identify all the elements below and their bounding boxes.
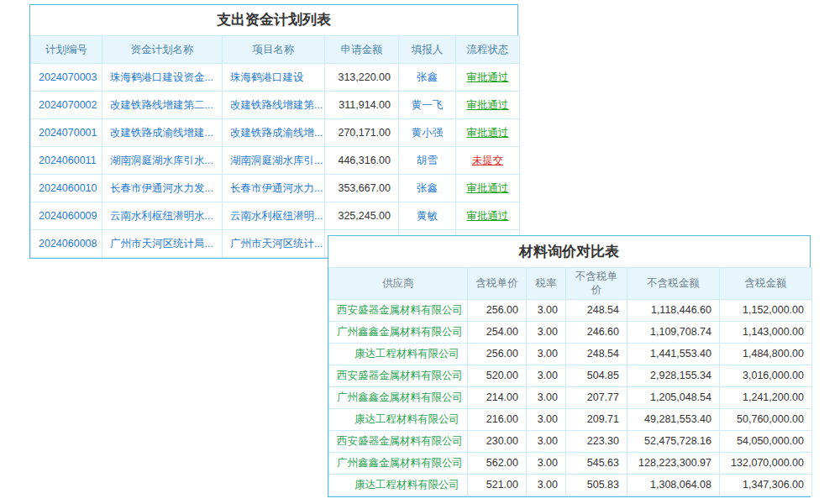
- cell-plan-id[interactable]: 2024070001: [31, 119, 102, 147]
- cell-supplier-link[interactable]: 西安盛器金属材料有限公司: [329, 299, 468, 321]
- cell-tax-rate: 3.00: [527, 365, 566, 386]
- cell-filler-name[interactable]: 张鑫: [399, 175, 456, 202]
- column-header: 供应商: [329, 268, 468, 300]
- cell-filler-name[interactable]: 黄一飞: [399, 92, 456, 119]
- cell-request-amount: 313,220.00: [325, 64, 399, 92]
- cell-status-link[interactable]: 审批通过: [456, 64, 520, 92]
- cell-project-name[interactable]: 改建铁路线增建第...: [223, 92, 325, 119]
- cell-tax-unit-price: 520.00: [468, 365, 527, 386]
- table-row: 康达工程材料有限公司521.003.00505.831,308,064.081,…: [329, 474, 812, 496]
- column-header: 计划编号: [31, 36, 102, 64]
- cell-fund-plan-name[interactable]: 云南水利枢纽潜明水...: [102, 202, 223, 230]
- table-row: 广州鑫鑫金属材料有限公司254.003.00246.601,109,708.74…: [329, 321, 812, 343]
- cell-supplier-link[interactable]: 西安盛器金属材料有限公司: [329, 430, 468, 452]
- cell-filler-name[interactable]: 黄小强: [399, 119, 456, 147]
- cell-plan-id[interactable]: 2024070002: [31, 92, 102, 119]
- cell-filler-name[interactable]: 胡雪: [399, 147, 456, 175]
- cell-fund-plan-name[interactable]: 珠海鹤港口建设资金...: [102, 64, 223, 92]
- cell-supplier-link[interactable]: 广州鑫鑫金属材料有限公司: [329, 452, 468, 474]
- cell-supplier-link[interactable]: 广州鑫鑫金属材料有限公司: [329, 386, 468, 408]
- cell-net-unit-price: 209.71: [566, 408, 627, 430]
- cell-tax-rate: 3.00: [527, 321, 566, 343]
- column-header: 不含税单价: [566, 268, 627, 300]
- cell-status-link[interactable]: 审批通过: [456, 119, 520, 147]
- cell-tax-unit-price: 562.00: [468, 452, 527, 474]
- cell-supplier-link[interactable]: 康达工程材料有限公司: [329, 408, 468, 430]
- column-header: 税率: [527, 268, 566, 300]
- table-row: 西安盛器金属材料有限公司230.003.00223.3052,475,728.1…: [329, 430, 812, 452]
- material-quote-table: 供应商含税单价税率不含税单价不含税金额含税金额 西安盛器金属材料有限公司256.…: [328, 267, 812, 496]
- cell-tax-rate: 3.00: [527, 452, 566, 474]
- column-header: 申请金额: [325, 36, 399, 64]
- cell-fund-plan-name[interactable]: 改建铁路线增建第二...: [102, 92, 223, 119]
- cell-project-name[interactable]: 云南水利枢纽潜明...: [223, 202, 325, 230]
- cell-project-name[interactable]: 改建铁路成渝线增...: [223, 119, 325, 147]
- cell-supplier-link[interactable]: 康达工程材料有限公司: [329, 343, 468, 365]
- cell-plan-id[interactable]: 2024060008: [31, 230, 102, 258]
- table-row: 广州鑫鑫金属材料有限公司214.003.00207.771,205,048.54…: [329, 386, 812, 408]
- cell-tax-rate: 3.00: [527, 343, 566, 365]
- table-row: 2024060009云南水利枢纽潜明水...云南水利枢纽潜明...325,245…: [31, 202, 520, 230]
- cell-fund-plan-name[interactable]: 改建铁路成渝线增建...: [102, 119, 223, 147]
- cell-net-unit-price: 248.54: [566, 299, 627, 321]
- cell-tax-amount: 1,484,800.00: [720, 343, 812, 365]
- cell-fund-plan-name[interactable]: 广州市天河区统计局...: [102, 230, 223, 258]
- cell-status-link[interactable]: 审批通过: [456, 175, 520, 202]
- cell-tax-unit-price: 214.00: [468, 386, 527, 408]
- cell-supplier-link[interactable]: 广州鑫鑫金属材料有限公司: [329, 321, 468, 343]
- cell-project-name[interactable]: 湖南洞庭湖水库引...: [223, 147, 325, 175]
- cell-filler-name[interactable]: 张鑫: [399, 64, 456, 92]
- cell-fund-plan-name[interactable]: 湖南洞庭湖水库引水...: [102, 147, 223, 175]
- table-row: 康达工程材料有限公司256.003.00248.541,441,553.401,…: [329, 343, 812, 365]
- cell-project-name[interactable]: 广州市天河区统计...: [223, 230, 325, 258]
- expense-plan-panel: 支出资金计划列表 计划编号资金计划名称项目名称申请金额填报人流程状态 20240…: [29, 4, 518, 259]
- table-row: 广州鑫鑫金属材料有限公司562.003.00545.63128,223,300.…: [329, 452, 812, 474]
- cell-tax-rate: 3.00: [527, 474, 566, 496]
- table-row: 2024060011湖南洞庭湖水库引水...湖南洞庭湖水库引...446,316…: [31, 147, 520, 175]
- cell-status-link[interactable]: 未提交: [456, 147, 520, 175]
- table-row: 西安盛器金属材料有限公司520.003.00504.852,928,155.34…: [329, 365, 812, 386]
- cell-plan-id[interactable]: 2024070003: [31, 64, 102, 92]
- table-header-row: 供应商含税单价税率不含税单价不含税金额含税金额: [329, 268, 812, 300]
- cell-tax-amount: 1,347,306.00: [720, 474, 812, 496]
- cell-net-unit-price: 248.54: [566, 343, 627, 365]
- column-header: 填报人: [399, 36, 456, 64]
- cell-tax-unit-price: 256.00: [468, 343, 527, 365]
- cell-project-name[interactable]: 长春市伊通河水力...: [223, 175, 325, 202]
- table-row: 2024070001改建铁路成渝线增建...改建铁路成渝线增...270,171…: [31, 119, 520, 147]
- cell-tax-amount: 1,143,000.00: [720, 321, 812, 343]
- cell-filler-name[interactable]: 黄敏: [399, 202, 456, 230]
- cell-tax-amount: 54,050,000.00: [720, 430, 812, 452]
- cell-request-amount: 353,667.00: [325, 175, 399, 202]
- cell-tax-unit-price: 256.00: [468, 299, 527, 321]
- column-header: 流程状态: [456, 36, 520, 64]
- column-header: 不含税金额: [627, 268, 720, 300]
- cell-net-unit-price: 207.77: [566, 386, 627, 408]
- cell-supplier-link[interactable]: 西安盛器金属材料有限公司: [329, 365, 468, 386]
- cell-status-link[interactable]: 审批通过: [456, 202, 520, 230]
- cell-tax-rate: 3.00: [527, 408, 566, 430]
- table-row: 康达工程材料有限公司216.003.00209.7149,281,553.405…: [329, 408, 812, 430]
- cell-project-name[interactable]: 珠海鹤港口建设: [223, 64, 325, 92]
- cell-tax-unit-price: 230.00: [468, 430, 527, 452]
- cell-net-amount: 1,109,708.74: [627, 321, 720, 343]
- cell-fund-plan-name[interactable]: 长春市伊通河水力发...: [102, 175, 223, 202]
- cell-net-unit-price: 504.85: [566, 365, 627, 386]
- cell-net-amount: 49,281,553.40: [627, 408, 720, 430]
- cell-tax-amount: 1,241,200.00: [720, 386, 812, 408]
- cell-net-unit-price: 223.30: [566, 430, 627, 452]
- expense-plan-panel-title: 支出资金计划列表: [30, 5, 517, 35]
- cell-plan-id[interactable]: 2024060009: [31, 202, 102, 230]
- column-header: 含税金额: [720, 268, 812, 300]
- table-row: 2024070002改建铁路线增建第二...改建铁路线增建第...311,914…: [31, 92, 520, 119]
- cell-tax-unit-price: 521.00: [468, 474, 527, 496]
- cell-status-link[interactable]: 审批通过: [456, 92, 520, 119]
- expense-plan-table-body: 2024070003珠海鹤港口建设资金...珠海鹤港口建设313,220.00张…: [31, 64, 520, 258]
- cell-tax-amount: 50,760,000.00: [720, 408, 812, 430]
- cell-plan-id[interactable]: 2024060011: [31, 147, 102, 175]
- cell-net-amount: 128,223,300.97: [627, 452, 720, 474]
- cell-plan-id[interactable]: 2024060010: [31, 175, 102, 202]
- cell-supplier-link[interactable]: 康达工程材料有限公司: [329, 474, 468, 496]
- column-header: 含税单价: [468, 268, 527, 300]
- cell-net-amount: 52,475,728.16: [627, 430, 720, 452]
